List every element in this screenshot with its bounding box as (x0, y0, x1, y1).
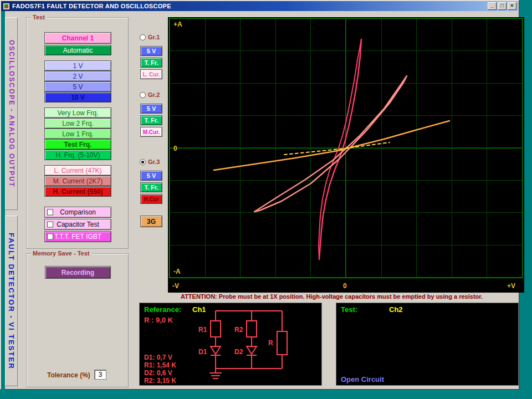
reference-measurements: D1: 0,7 V R1: 1,54 K D2: 0,6 V R2: 3,15 … (144, 354, 176, 385)
test-result-status: Open Circuit (341, 375, 384, 383)
group1-radio-row[interactable]: Gr.1 (140, 34, 160, 40)
comparison-trace (214, 121, 449, 170)
channel-1-button[interactable]: Channel 1 (44, 32, 111, 44)
tolerance-label: Tolerance (%) (47, 371, 90, 379)
frequency-button-very-low[interactable]: Very Low Frq. (44, 108, 111, 118)
group2-radio[interactable] (140, 92, 146, 98)
current-button-low[interactable]: L. Current (47K) (44, 165, 111, 176)
circuit-label-r1: R1 (198, 326, 207, 334)
scope-curves (168, 17, 524, 293)
group1-frequency-button[interactable]: T. Fr. (140, 58, 162, 68)
recording-button[interactable]: Recording (45, 266, 111, 279)
group1-current-button[interactable]: L. Cur. (140, 69, 162, 79)
voltage-button-2v[interactable]: 2 V (44, 71, 111, 81)
tab-fault-detector-label: FAULT DETECTOR - VI TESTER (7, 233, 16, 370)
automatic-button[interactable]: Automatic (44, 45, 111, 55)
axis-label-volt-left: -V (172, 282, 179, 290)
group3-label: Gr.3 (148, 158, 160, 165)
current-button-high[interactable]: H. Current (550) (44, 186, 111, 197)
group1-label: Gr.1 (148, 34, 160, 40)
group2-current-button[interactable]: M.Cur. (140, 127, 162, 137)
reference-loop-trace (254, 76, 407, 212)
axis-label-amp-bottom: -A (173, 268, 181, 275)
app-window: FADOS7F1 FAULT DETECTOR AND OSCILLOSCOPE… (0, 0, 519, 390)
measurement-r2: R2: 3,15 K (144, 377, 176, 385)
reference-resistance: R : 9,0 K (144, 316, 173, 324)
reference-label: Referance: (144, 305, 181, 314)
reference-panel: Referance: Ch1 R : 9,0 K D1: 0,7 V R1: 1… (139, 303, 322, 386)
group2-frequency-button[interactable]: T. Fr. (140, 115, 162, 125)
group1-voltage-button[interactable]: 5 V (140, 46, 162, 56)
ttt-fet-igbt-label: T.T.T. FET IGBT (54, 233, 101, 241)
resistor-r1-symbol (211, 321, 221, 337)
measurement-d1: D1: 0,7 V (144, 354, 176, 361)
axis-label-amp-top: +A (173, 21, 182, 28)
test-result-channel: Ch2 (389, 305, 403, 314)
tab-fault-detector-vi-tester[interactable]: FAULT DETECTOR - VI TESTER (5, 216, 18, 386)
window-title: FADOS7F1 FAULT DETECTOR AND OSCILLOSCOPE (12, 3, 171, 9)
circuit-label-d1: D1 (198, 348, 207, 356)
close-button[interactable]: × (508, 2, 516, 10)
group3-radio[interactable] (140, 159, 146, 165)
attention-text: ATTENTION: Probe must be at 1X position.… (139, 293, 524, 302)
capacitor-test-toggle[interactable]: Capacitor Test (44, 219, 111, 230)
3g-button[interactable]: 3G (140, 216, 162, 227)
group2-label: Gr.2 (148, 91, 160, 98)
test-result-panel: Test: Ch2 Open Circuit (336, 303, 519, 386)
capacitor-test-label: Capacitor Test (57, 221, 99, 228)
axis-label-amp-zero: 0 (173, 145, 177, 152)
diode-d2-symbol (247, 346, 257, 355)
ttt-fet-igbt-toggle[interactable]: T.T.T. FET IGBT (44, 231, 111, 242)
ttt-fet-igbt-checkbox[interactable] (47, 234, 53, 240)
circuit-diagram: R1 R2 R D1 D2 (195, 306, 321, 385)
axis-label-volt-zero: 0 (343, 282, 347, 290)
group1-radio[interactable] (140, 34, 146, 40)
comparison-checkbox[interactable] (47, 209, 53, 216)
group3-current-button[interactable]: H.Cur (140, 194, 162, 204)
group2-voltage-button[interactable]: 5 V (140, 104, 162, 114)
voltage-button-10v[interactable]: 10 V (44, 92, 111, 103)
frequency-button-test[interactable]: Test Frq. (44, 139, 111, 150)
frequency-button-high[interactable]: H. Frq. (5-10V) (44, 150, 111, 160)
measurement-r1: R1: 1,54 K (144, 361, 176, 369)
measurement-d2: D2: 0,6 V (144, 369, 176, 377)
maximize-button[interactable]: □ (498, 2, 507, 10)
memory-save-groupbox-title: Memory Save - Test (31, 250, 91, 257)
title-bar: FADOS7F1 FAULT DETECTOR AND OSCILLOSCOPE… (1, 1, 518, 11)
app-icon (3, 3, 10, 10)
comparison-label: Comparison (60, 208, 96, 216)
circuit-label-r2: R2 (234, 326, 243, 334)
voltage-button-1v[interactable]: 1 V (44, 60, 111, 71)
frequency-button-low2[interactable]: Low 2 Frq. (44, 118, 111, 129)
group3-frequency-button[interactable]: T. Fr. (140, 182, 162, 192)
circuit-label-d2: D2 (234, 348, 243, 356)
frequency-button-low1[interactable]: Low 1 Frq. (44, 129, 111, 139)
current-button-medium[interactable]: M. Current (2K7) (44, 176, 111, 186)
group2-radio-row[interactable]: Gr.2 (140, 91, 160, 98)
capacitor-test-checkbox[interactable] (47, 222, 53, 228)
minimize-button[interactable]: _ (488, 2, 497, 10)
resistor-r2-symbol (247, 321, 257, 337)
circuit-label-r: R (268, 339, 273, 347)
diode-d1-symbol (211, 346, 221, 355)
tab-oscilloscope-label: OSCILLOSCOPE - ANALOG OUTPUT (8, 40, 16, 187)
group3-radio-row[interactable]: Gr.3 (140, 158, 160, 165)
test-groupbox-title: Test (31, 14, 47, 21)
left-edge-strip (1, 11, 5, 390)
voltage-button-5v[interactable]: 5 V (44, 81, 111, 92)
ground-symbol (209, 369, 222, 378)
tolerance-input[interactable] (94, 370, 106, 380)
group3-voltage-button[interactable]: 5 V (140, 171, 162, 181)
oscilloscope-display: +A 0 -A -V 0 +V (168, 17, 524, 293)
test-result-label: Test: (341, 305, 357, 314)
tab-oscilloscope-analog-output[interactable]: OSCILLOSCOPE - ANALOG OUTPUT (5, 17, 18, 210)
resistor-r-symbol (277, 331, 287, 355)
axis-label-volt-right: +V (507, 282, 515, 290)
comparison-toggle[interactable]: Comparison (44, 207, 111, 218)
